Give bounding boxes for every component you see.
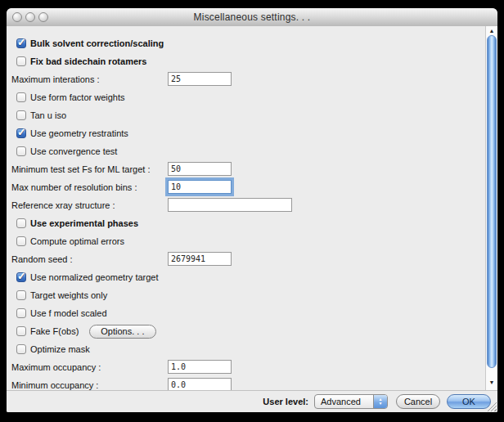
form-row-use-experimental-phases: Use experimental phases [11,214,481,232]
bulk-solvent-correction-scaling-label: Bulk solvent correction/scaling [30,38,164,48]
use-convergence-test-checkbox[interactable] [16,146,26,156]
fake-f-obs-checkbox[interactable] [16,326,26,336]
minimum-test-set-fs-for-ml-target-field[interactable] [168,162,232,176]
reference-xray-structure-field[interactable] [168,198,292,212]
form-row-fake-f-obs: Fake F(obs)Options. . . [11,322,481,340]
minimize-icon[interactable] [25,12,35,22]
form-row-use-normalized-geometry-target: Use normalized geometry target [11,268,481,286]
use-geometry-restratints-checkbox[interactable] [16,128,26,138]
form-row-random-seed: Random seed : [11,250,481,268]
random-seed-label: Random seed : [11,254,73,264]
use-experimental-phases-checkbox[interactable] [16,218,26,228]
fake-f-obs-options-button[interactable]: Options. . . [89,325,155,339]
compute-optimal-errors-checkbox[interactable] [16,236,26,246]
minimum-occupancy-field[interactable] [168,378,232,390]
reference-xray-structure-label: Reference xray structure : [11,200,115,210]
maximum-interations-field[interactable] [168,72,232,86]
compute-optimal-errors-label: Compute optimal errors [30,236,124,246]
form-row-tan-u-iso: Tan u iso [11,106,481,124]
chevron-down-icon: ▼ [379,402,383,406]
tan-u-iso-checkbox[interactable] [16,110,26,120]
form-row-optimize-mask: Optimize mask [11,340,481,358]
use-experimental-phases-label: Use experimental phases [30,218,138,228]
scroll-up-arrow-icon[interactable]: ▲ [486,28,497,34]
desktop: { "window": { "title": "Miscellaneous se… [0,0,504,422]
tan-u-iso-label: Tan u iso [30,110,66,120]
settings-form: Bulk solvent correction/scalingFix bad s… [11,34,481,390]
use-form-factor-weights-checkbox[interactable] [16,92,26,102]
optimize-mask-checkbox[interactable] [16,344,26,354]
fake-f-obs-label: Fake F(obs) [30,326,79,336]
form-row-use-form-factor-weights: Use form factor weights [11,88,481,106]
form-row-use-convergence-test: Use convergence test [11,142,481,160]
use-normalized-geometry-target-label: Use normalized geometry target [30,272,159,282]
form-row-use-f-model-scaled: Use f model scaled [11,304,481,322]
form-row-bulk-solvent-correction-scaling: Bulk solvent correction/scaling [11,34,481,52]
fix-bad-sidechain-rotamers-label: Fix bad sidechain rotamers [30,56,146,66]
form-row-compute-optimal-errors: Compute optimal errors [11,232,481,250]
vertical-scrollbar[interactable]: ▲ ▼ [485,26,497,390]
maximum-occupancy-field[interactable] [168,360,232,374]
fix-bad-sidechain-rotamers-checkbox[interactable] [16,56,26,66]
use-form-factor-weights-label: Use form factor weights [30,92,125,102]
ok-button[interactable]: OK [447,394,491,409]
maximum-interations-label: Maximum interations : [11,74,100,84]
form-row-maximum-interations: Maximum interations : [11,70,481,88]
use-geometry-restratints-label: Use geometry restratints [30,128,128,138]
optimize-mask-label: Optimize mask [30,344,90,354]
user-level-value: Advanced [315,397,373,406]
use-normalized-geometry-target-checkbox[interactable] [16,272,26,282]
cancel-button[interactable]: Cancel [396,394,440,409]
settings-scroll-area: Bulk solvent correction/scalingFix bad s… [7,26,497,390]
form-row-maximum-occupancy: Maximum occupancy : [11,358,481,376]
minimum-test-set-fs-for-ml-target-label: Minimum test set Fs for ML target : [11,164,151,174]
zoom-icon[interactable] [38,12,48,22]
use-convergence-test-label: Use convergence test [30,146,117,156]
window-title: Miscellaneous settings. . . [7,11,497,23]
form-row-max-number-of-resolution-bins: Max number of resolution bins : [11,178,481,196]
form-row-fix-bad-sidechain-rotamers: Fix bad sidechain rotamers [11,52,481,70]
bulk-solvent-correction-scaling-checkbox[interactable] [16,38,26,48]
target-weights-only-checkbox[interactable] [16,290,26,300]
form-row-minimum-test-set-fs-for-ml-target: Minimum test set Fs for ML target : [11,160,481,178]
form-row-reference-xray-structure: Reference xray structure : [11,196,481,214]
dialog-footer: User level: Advanced ▲ ▼ Cancel OK [7,390,497,412]
use-f-model-scaled-label: Use f model scaled [30,308,107,318]
user-level-label: User level: [263,397,308,406]
window-controls [12,12,48,22]
scroll-down-arrow-icon[interactable]: ▼ [486,379,497,386]
resize-grip[interactable] [487,402,497,411]
close-icon[interactable] [12,12,22,22]
form-row-use-geometry-restratints: Use geometry restratints [11,124,481,142]
form-row-target-weights-only: Target weights only [11,286,481,304]
user-level-dropdown[interactable]: Advanced ▲ ▼ [314,394,388,409]
popup-stepper-icon: ▲ ▼ [373,395,387,408]
form-row-minimum-occupancy: Minimum occupancy : [11,376,481,390]
use-f-model-scaled-checkbox[interactable] [16,308,26,318]
max-number-of-resolution-bins-label: Max number of resolution bins : [11,182,137,192]
random-seed-field[interactable] [168,252,232,266]
title-bar[interactable]: Miscellaneous settings. . . [7,8,497,27]
maximum-occupancy-label: Maximum occupancy : [11,362,101,372]
target-weights-only-label: Target weights only [30,290,107,300]
scrollbar-thumb[interactable] [487,35,497,368]
max-number-of-resolution-bins-field[interactable] [168,180,232,194]
minimum-occupancy-label: Minimum occupancy : [11,380,98,390]
miscellaneous-settings-dialog: Miscellaneous settings. . . Bulk solvent… [7,8,497,412]
